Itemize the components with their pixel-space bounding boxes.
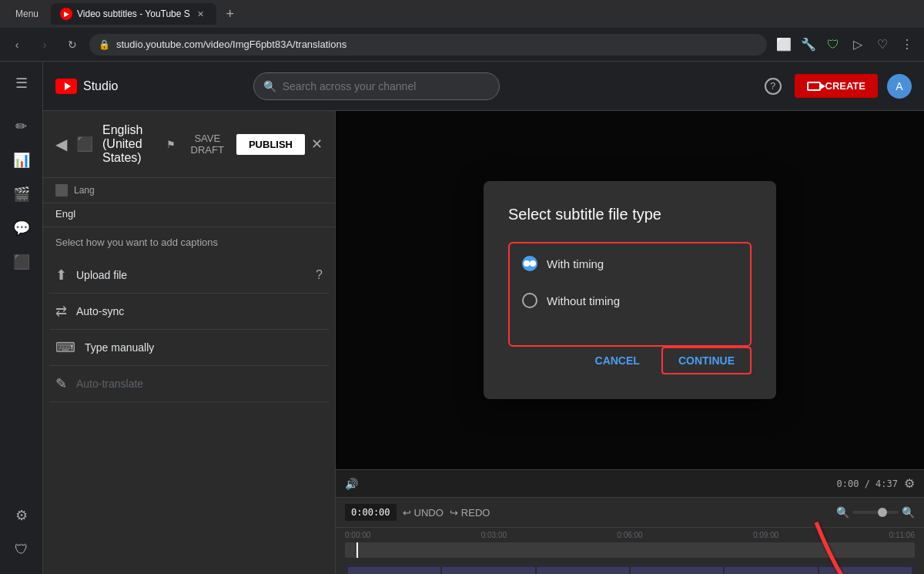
sidebar-hamburger-icon[interactable]: ☰ (6, 68, 37, 99)
search-icon: 🔍 (263, 80, 276, 92)
sidebar-feedback-icon[interactable]: 🛡 (6, 534, 37, 565)
video-small-thumb (55, 184, 68, 196)
main-content: ◀ ⬛ English (United States) ⚑ SAVE DRAFT… (43, 111, 924, 574)
svg-marker-0 (65, 82, 71, 90)
favorites-icon[interactable]: ♡ (872, 34, 893, 55)
marker-0: 0:00:00 (345, 531, 370, 539)
upload-label: Upload file (76, 269, 127, 281)
forward-nav-button[interactable]: › (34, 34, 55, 55)
sidebar-subtitles-icon[interactable]: ⬛ (6, 247, 37, 277)
total-duration: 4:37 (875, 478, 898, 489)
auto-translate-label: Auto-translate (76, 378, 143, 390)
help-button[interactable]: ? (761, 74, 785, 99)
sidebar-settings-icon[interactable]: ⚙ (6, 500, 37, 531)
browser-menu-icon[interactable]: ⋮ (896, 34, 918, 55)
arrow-annotation (801, 515, 862, 574)
cast-icon[interactable]: ▷ (847, 34, 869, 55)
dialog-overlay: Select subtitle file type With timing (336, 111, 924, 469)
caption-options-list: ⬆ Upload file ? ⇄ Auto-sync ⌨ Type manua… (43, 257, 335, 402)
user-avatar[interactable]: A (887, 74, 912, 99)
tab-favicon: ▶ (60, 8, 72, 20)
language-label: Lang (74, 185, 95, 196)
autosync-label: Auto-sync (76, 305, 124, 317)
caption-language-title: English (United States) (102, 123, 157, 165)
close-panel-button[interactable]: ✕ (311, 136, 323, 153)
back-nav-button[interactable]: ‹ (6, 34, 28, 55)
marker-2: 0:06:00 (617, 531, 642, 539)
current-time: 0:00 (837, 478, 859, 489)
thumb-segment-2 (442, 567, 534, 574)
save-draft-button[interactable]: SAVE DRAFT (185, 128, 230, 160)
create-play-icon (819, 82, 825, 90)
search-input[interactable] (283, 80, 490, 92)
new-tab-button[interactable]: + (219, 3, 241, 25)
create-button[interactable]: CREATE (795, 74, 878, 98)
sidebar-edit-icon[interactable]: ✏ (6, 111, 37, 142)
continue-button[interactable]: CONTINUE (661, 347, 752, 374)
redo-icon: ↪ (450, 507, 458, 519)
screenshot-icon[interactable]: ⬜ (773, 34, 795, 55)
marker-4: 0:11:06 (889, 531, 915, 539)
radio-group: With timing Without timing (516, 250, 744, 314)
radio-checked-dot (524, 260, 530, 267)
timeline-area: 0:00:00 ↩ UNDO ↪ REDO 🔍 (336, 497, 924, 574)
video-settings-icon[interactable]: ⚙ (904, 476, 915, 491)
marker-3: 0:09:00 (753, 531, 778, 539)
studio-logo: Studio (55, 79, 118, 94)
caption-option-type-manually[interactable]: ⌨ Type manually (49, 330, 329, 366)
extensions-icon[interactable]: 🔧 (798, 34, 819, 55)
volume-icon[interactable]: 🔊 (345, 478, 358, 490)
caption-option-upload[interactable]: ⬆ Upload file ? (49, 257, 329, 294)
cancel-button[interactable]: CANCEL (586, 348, 649, 373)
marker-1: 0:03:00 (481, 531, 507, 539)
menu-button[interactable]: Menu (6, 3, 48, 25)
redo-label: REDO (461, 507, 490, 519)
zoom-thumb (878, 508, 887, 517)
studio-header: Studio 🔍 ? CREATE A (43, 62, 924, 111)
zoom-in-icon[interactable]: 🔍 (902, 506, 915, 519)
security-icon[interactable]: 🛡 (822, 34, 844, 55)
help-icon: ? (765, 78, 782, 95)
type-manually-label: Type manually (85, 341, 154, 354)
tab-close-button[interactable]: ✕ (195, 8, 207, 20)
caption-option-autosync[interactable]: ⇄ Auto-sync (49, 294, 329, 330)
without-timing-label: Without timing (547, 294, 620, 307)
upload-help-icon[interactable]: ? (316, 268, 323, 282)
studio-search[interactable]: 🔍 (253, 72, 500, 100)
studio-title: Studio (83, 79, 118, 93)
redo-button[interactable]: ↪ REDO (450, 507, 490, 519)
zoom-slider[interactable] (852, 511, 899, 514)
with-timing-radio[interactable] (522, 256, 537, 271)
subtitle-type-dialog: Select subtitle file type With timing (484, 181, 776, 399)
video-preview: Select subtitle file type With timing (336, 111, 924, 469)
feedback-icon[interactable]: ⚑ (166, 139, 176, 150)
caption-panel: ◀ ⬛ English (United States) ⚑ SAVE DRAFT… (43, 111, 336, 574)
studio-right: ? CREATE A (761, 74, 912, 99)
back-button[interactable]: ◀ (55, 135, 67, 153)
keyboard-icon: ⌨ (55, 339, 75, 356)
with-timing-option[interactable]: With timing (516, 250, 744, 277)
caption-subtitle: Select how you want to add captions (43, 227, 335, 257)
sidebar-content-icon[interactable]: 🎬 (6, 179, 37, 210)
arrow-svg (801, 515, 862, 574)
without-timing-option[interactable]: Without timing (516, 287, 744, 314)
timeline-indicator (357, 542, 358, 558)
studio-container: ☰ ✏ 📊 🎬 💬 ⬛ ⚙ 🛡 Studio 🔍 ? (0, 62, 924, 574)
publish-button[interactable]: PUBLISH (236, 134, 305, 155)
captions-icon: ⬛ (76, 136, 93, 153)
active-tab[interactable]: ▶ Video subtitles - YouTube S ✕ (51, 3, 216, 25)
caption-header: ◀ ⬛ English (United States) ⚑ SAVE DRAFT… (43, 111, 335, 178)
sidebar-analytics-icon[interactable]: 📊 (6, 145, 37, 176)
create-video-icon (807, 82, 821, 91)
sidebar-comments-icon[interactable]: 💬 (6, 213, 37, 243)
address-bar[interactable]: 🔒 studio.youtube.com/video/ImgF6pbt83A/t… (89, 34, 767, 55)
video-info-row: Lang (43, 178, 335, 203)
undo-button[interactable]: ↩ UNDO (403, 507, 444, 519)
thumb-segment-4 (631, 567, 723, 574)
reload-button[interactable]: ↻ (62, 34, 83, 55)
language-value-row: Engl (43, 203, 335, 227)
without-timing-radio[interactable] (522, 293, 537, 308)
thumb-segment-3 (537, 567, 629, 574)
with-timing-label: With timing (547, 257, 604, 270)
caption-option-auto-translate: ✎ Auto-translate (49, 366, 329, 402)
